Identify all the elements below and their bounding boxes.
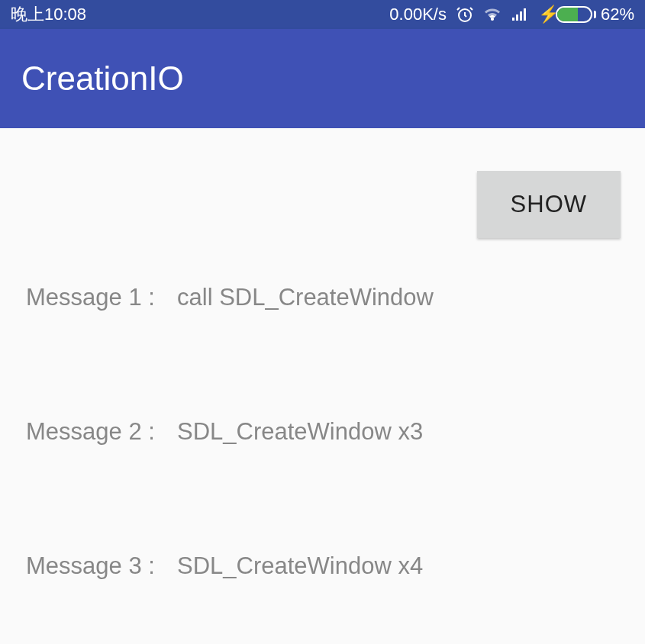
message-label: Message 3 : [26,552,171,580]
message-label: Message 1 : [26,284,171,311]
alarm-icon [456,5,474,24]
main-content: SHOW Message 1 : call SDL_CreateWindow M… [0,128,645,580]
message-row: Message 1 : call SDL_CreateWindow [26,284,619,311]
svg-rect-4 [524,8,526,21]
message-label: Message 2 : [26,418,171,446]
message-row: Message 3 : SDL_CreateWindow x4 [26,552,619,580]
message-value: SDL_CreateWindow x4 [171,552,423,580]
svg-rect-3 [520,11,522,21]
status-time: 晚上10:08 [11,3,86,26]
status-bar: 晚上10:08 0.00K/s ⚡ 62% [0,0,645,29]
svg-rect-2 [516,14,518,21]
wifi-icon [483,5,501,24]
signal-icon [511,5,529,24]
battery-indicator: ⚡ 62% [538,5,634,24]
button-row: SHOW [0,128,645,253]
message-value: SDL_CreateWindow x3 [171,418,423,446]
show-button[interactable]: SHOW [477,171,621,238]
message-value: call SDL_CreateWindow [171,284,434,311]
battery-percent: 62% [601,5,634,24]
app-bar: CreationIO [0,29,645,128]
page-title: CreationIO [21,60,184,98]
messages-list: Message 1 : call SDL_CreateWindow Messag… [0,253,645,580]
message-row: Message 2 : SDL_CreateWindow x3 [26,418,619,446]
status-right: 0.00K/s ⚡ 62% [389,5,634,24]
svg-rect-1 [512,18,514,21]
net-speed: 0.00K/s [389,5,447,24]
